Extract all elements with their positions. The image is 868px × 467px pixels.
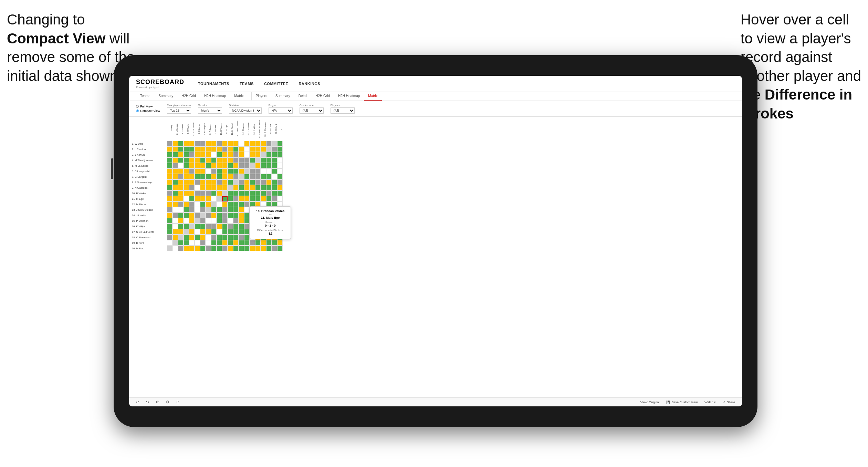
grid-cell[interactable]: [228, 152, 233, 157]
grid-cell[interactable]: [244, 185, 250, 190]
grid-cell[interactable]: [206, 190, 211, 196]
grid-cell[interactable]: [195, 229, 200, 235]
grid-cell[interactable]: [206, 218, 211, 224]
grid-cell[interactable]: [250, 185, 255, 190]
grid-cell[interactable]: [217, 146, 222, 152]
grid-cell[interactable]: [233, 152, 239, 157]
grid-cell[interactable]: [239, 207, 244, 212]
grid-cell[interactable]: [222, 235, 228, 240]
grid-cell[interactable]: [211, 235, 217, 240]
grid-cell[interactable]: [178, 163, 184, 168]
grid-cell[interactable]: [272, 179, 277, 185]
grid-cell[interactable]: [244, 157, 250, 163]
grid-cell[interactable]: [244, 240, 250, 246]
grid-cell[interactable]: [184, 174, 189, 179]
grid-cell[interactable]: [200, 146, 206, 152]
grid-cell[interactable]: [211, 163, 217, 168]
grid-cell[interactable]: [239, 235, 244, 240]
grid-cell[interactable]: [217, 224, 222, 229]
grid-cell[interactable]: [167, 235, 172, 240]
grid-cell[interactable]: [206, 163, 211, 168]
grid-cell[interactable]: [189, 185, 195, 190]
grid-cell[interactable]: [222, 185, 228, 190]
grid-cell[interactable]: [233, 207, 239, 212]
radio-compact-view[interactable]: Compact View: [136, 109, 160, 113]
settings-button[interactable]: ⚙: [166, 400, 169, 404]
grid-cell[interactable]: [277, 174, 283, 179]
grid-cell[interactable]: [195, 168, 200, 174]
grid-cell[interactable]: [228, 240, 233, 246]
grid-cell[interactable]: [178, 240, 184, 246]
grid-cell[interactable]: [250, 152, 255, 157]
subnav-teams[interactable]: Teams: [136, 92, 154, 101]
grid-cell[interactable]: [277, 157, 283, 163]
grid-cell[interactable]: [239, 146, 244, 152]
grid-cell[interactable]: [261, 246, 266, 251]
grid-cell[interactable]: [211, 141, 217, 146]
grid-cell[interactable]: [195, 179, 200, 185]
grid-cell[interactable]: [217, 152, 222, 157]
grid-cell[interactable]: [239, 168, 244, 174]
grid-cell[interactable]: [233, 224, 239, 229]
grid-cell[interactable]: [244, 168, 250, 174]
grid-cell[interactable]: [195, 185, 200, 190]
grid-cell[interactable]: [222, 240, 228, 246]
grid-cell[interactable]: [222, 190, 228, 196]
grid-cell[interactable]: [178, 212, 184, 218]
grid-cell[interactable]: [189, 152, 195, 157]
grid-cell[interactable]: [200, 207, 206, 212]
grid-cell[interactable]: [178, 246, 184, 251]
grid-cell[interactable]: [222, 229, 228, 235]
grid-cell[interactable]: [206, 196, 211, 201]
grid-cell[interactable]: [206, 235, 211, 240]
grid-cell[interactable]: [172, 179, 178, 185]
grid-cell[interactable]: [239, 190, 244, 196]
grid-cell[interactable]: [217, 168, 222, 174]
grid-cell[interactable]: [233, 196, 239, 201]
grid-cell[interactable]: [250, 146, 255, 152]
grid-cell[interactable]: [277, 168, 283, 174]
grid-cell[interactable]: [189, 163, 195, 168]
grid-cell[interactable]: [195, 196, 200, 201]
grid-cell[interactable]: [261, 179, 266, 185]
grid-cell[interactable]: [211, 190, 217, 196]
grid-cell[interactable]: [217, 229, 222, 235]
grid-cell[interactable]: [211, 196, 217, 201]
grid-cell[interactable]: [228, 141, 233, 146]
grid-cell[interactable]: [239, 179, 244, 185]
grid-cell[interactable]: [255, 141, 261, 146]
grid-cell[interactable]: [206, 152, 211, 157]
grid-cell[interactable]: [172, 240, 178, 246]
grid-cell[interactable]: [167, 152, 172, 157]
grid-cell[interactable]: [244, 246, 250, 251]
grid-cell[interactable]: [172, 157, 178, 163]
grid-cell[interactable]: [200, 196, 206, 201]
grid-cell[interactable]: [217, 212, 222, 218]
grid-cell[interactable]: [228, 185, 233, 190]
grid-cell[interactable]: [200, 212, 206, 218]
grid-cell[interactable]: [200, 229, 206, 235]
grid-cell[interactable]: [233, 174, 239, 179]
grid-cell[interactable]: [189, 201, 195, 207]
grid-cell[interactable]: [211, 229, 217, 235]
grid-cell[interactable]: [167, 179, 172, 185]
grid-cell[interactable]: [222, 141, 228, 146]
grid-cell[interactable]: [195, 235, 200, 240]
grid-cell[interactable]: [184, 190, 189, 196]
grid-cell[interactable]: [195, 163, 200, 168]
grid-cell[interactable]: [228, 246, 233, 251]
grid-cell[interactable]: [167, 229, 172, 235]
grid-cell[interactable]: [217, 235, 222, 240]
grid-cell[interactable]: [206, 157, 211, 163]
grid-cell[interactable]: [206, 246, 211, 251]
grid-cell[interactable]: [184, 218, 189, 224]
grid-cell[interactable]: [244, 235, 250, 240]
grid-cell[interactable]: [195, 224, 200, 229]
grid-cell[interactable]: [184, 157, 189, 163]
grid-cell[interactable]: [250, 240, 255, 246]
grid-cell[interactable]: [233, 229, 239, 235]
grid-cell[interactable]: [239, 229, 244, 235]
grid-cell[interactable]: [272, 146, 277, 152]
grid-cell[interactable]: [189, 240, 195, 246]
grid-cell[interactable]: [244, 224, 250, 229]
